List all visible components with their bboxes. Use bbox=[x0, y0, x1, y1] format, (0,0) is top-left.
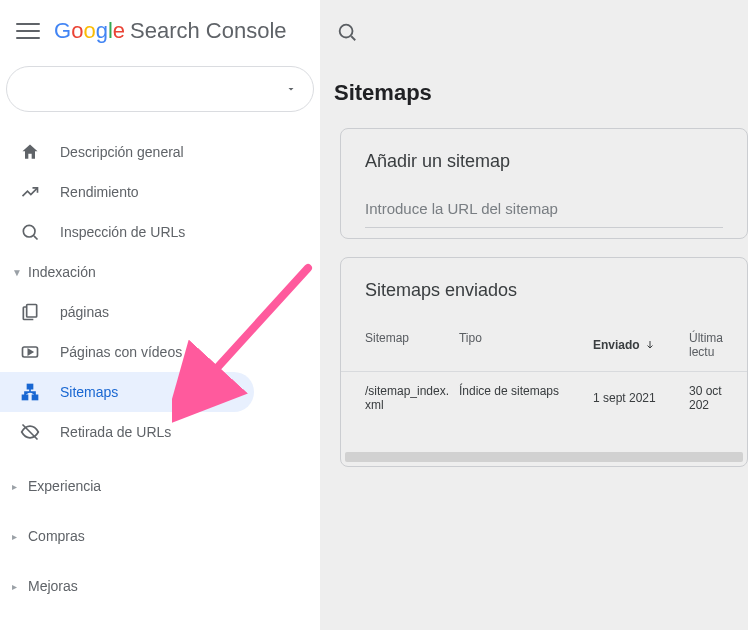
table-header: Sitemap Tipo Enviado Última lectu bbox=[341, 313, 747, 371]
chevron-right-icon: ▸ bbox=[12, 531, 22, 542]
chevron-down-icon bbox=[285, 83, 297, 95]
section-label: Indexación bbox=[28, 264, 96, 280]
chevron-right-icon: ▸ bbox=[12, 481, 22, 492]
sidebar-item-pages[interactable]: páginas bbox=[0, 292, 320, 332]
main-content: Sitemaps Añadir un sitemap Sitemaps envi… bbox=[320, 0, 748, 630]
property-selector[interactable] bbox=[6, 66, 314, 112]
col-type[interactable]: Tipo bbox=[459, 331, 593, 359]
section-improvements[interactable]: ▸ Mejoras bbox=[0, 566, 320, 606]
page-title: Sitemaps bbox=[320, 64, 748, 128]
col-sent-label: Enviado bbox=[593, 338, 640, 352]
svg-marker-4 bbox=[28, 350, 32, 355]
sidebar-item-video-pages[interactable]: Páginas con vídeos bbox=[0, 332, 320, 372]
sidebar-item-url-inspection[interactable]: Inspección de URLs bbox=[0, 212, 320, 252]
arrow-down-icon bbox=[644, 339, 656, 351]
google-logo: Google Search Console bbox=[54, 18, 287, 44]
col-last-read[interactable]: Última lectu bbox=[689, 331, 723, 359]
svg-line-10 bbox=[351, 36, 355, 40]
home-icon bbox=[20, 142, 40, 162]
search-icon bbox=[336, 21, 358, 43]
submitted-sitemaps-title: Sitemaps enviados bbox=[341, 258, 747, 313]
sitemap-url-input[interactable] bbox=[365, 194, 723, 228]
sidebar-item-label: Inspección de URLs bbox=[60, 224, 185, 240]
cell-last: 30 oct 202 bbox=[689, 384, 723, 412]
sidebar-item-label: Descripción general bbox=[60, 144, 184, 160]
menu-icon[interactable] bbox=[16, 19, 40, 43]
sidebar: Google Search Console Descripción genera… bbox=[0, 0, 320, 630]
svg-rect-5 bbox=[28, 385, 33, 389]
cell-sent: 1 sept 2021 bbox=[593, 384, 689, 412]
horizontal-scrollbar[interactable] bbox=[345, 452, 743, 462]
top-search-bar[interactable] bbox=[320, 0, 748, 64]
nav: Descripción general Rendimiento Inspecci… bbox=[0, 132, 320, 630]
sidebar-item-label: Retirada de URLs bbox=[60, 424, 171, 440]
sidebar-item-removals[interactable]: Retirada de URLs bbox=[0, 412, 320, 452]
svg-rect-7 bbox=[33, 395, 38, 399]
sidebar-item-label: Rendimiento bbox=[60, 184, 139, 200]
add-sitemap-card: Añadir un sitemap bbox=[340, 128, 748, 239]
col-sent[interactable]: Enviado bbox=[593, 331, 689, 359]
svg-rect-2 bbox=[27, 305, 37, 318]
cell-type: Índice de sitemaps bbox=[459, 384, 593, 412]
sidebar-item-sitemaps[interactable]: Sitemaps bbox=[0, 372, 254, 412]
chevron-right-icon: ▸ bbox=[12, 581, 22, 592]
section-indexing[interactable]: ▼ Indexación bbox=[0, 252, 320, 292]
sidebar-item-label: páginas bbox=[60, 304, 109, 320]
svg-point-9 bbox=[340, 25, 353, 38]
section-label: Compras bbox=[28, 528, 85, 544]
video-icon bbox=[20, 342, 40, 362]
section-label: Mejoras bbox=[28, 578, 78, 594]
pages-icon bbox=[20, 302, 40, 322]
sidebar-header: Google Search Console bbox=[0, 0, 320, 60]
add-sitemap-title: Añadir un sitemap bbox=[365, 151, 723, 172]
svg-point-0 bbox=[23, 225, 35, 237]
sidebar-item-label: Sitemaps bbox=[60, 384, 118, 400]
submitted-sitemaps-card: Sitemaps enviados Sitemap Tipo Enviado Ú… bbox=[340, 257, 748, 467]
sidebar-item-overview[interactable]: Descripción general bbox=[0, 132, 320, 172]
chevron-down-icon: ▼ bbox=[12, 267, 22, 278]
section-experience[interactable]: ▸ Experiencia bbox=[0, 466, 320, 506]
hidden-icon bbox=[20, 422, 40, 442]
sidebar-item-label: Páginas con vídeos bbox=[60, 344, 182, 360]
section-shopping[interactable]: ▸ Compras bbox=[0, 516, 320, 556]
svg-rect-6 bbox=[23, 395, 28, 399]
search-icon bbox=[20, 222, 40, 242]
sitemap-icon bbox=[20, 382, 40, 402]
section-label: Experiencia bbox=[28, 478, 101, 494]
trend-icon bbox=[20, 182, 40, 202]
col-sitemap[interactable]: Sitemap bbox=[365, 331, 459, 359]
logo-text: Search Console bbox=[130, 18, 287, 44]
svg-line-1 bbox=[34, 236, 38, 240]
table-row[interactable]: /sitemap_index.xml Índice de sitemaps 1 … bbox=[341, 371, 747, 452]
sidebar-item-performance[interactable]: Rendimiento bbox=[0, 172, 320, 212]
cell-sitemap: /sitemap_index.xml bbox=[365, 384, 459, 412]
